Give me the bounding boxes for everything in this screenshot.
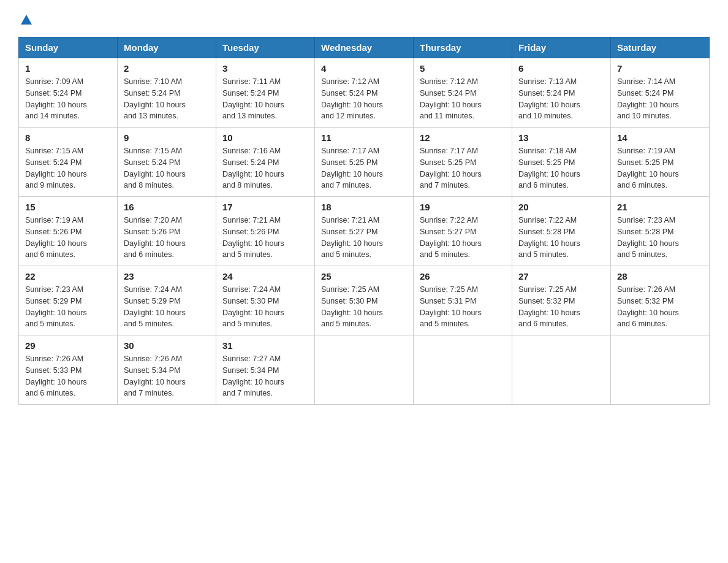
- calendar-cell: 15 Sunrise: 7:19 AM Sunset: 5:26 PM Dayl…: [19, 197, 118, 266]
- header-wednesday: Wednesday: [315, 37, 414, 58]
- day-info: Sunrise: 7:22 AM Sunset: 5:27 PM Dayligh…: [420, 215, 506, 261]
- calendar-week-row: 29 Sunrise: 7:26 AM Sunset: 5:33 PM Dayl…: [19, 335, 710, 405]
- calendar-cell: 6 Sunrise: 7:13 AM Sunset: 5:24 PM Dayli…: [512, 58, 611, 128]
- day-info: Sunrise: 7:16 AM Sunset: 5:24 PM Dayligh…: [222, 145, 308, 191]
- day-number: 3: [222, 63, 308, 74]
- day-info: Sunrise: 7:25 AM Sunset: 5:31 PM Dayligh…: [420, 284, 506, 330]
- calendar-cell: 4 Sunrise: 7:12 AM Sunset: 5:24 PM Dayli…: [315, 58, 414, 128]
- day-number: 21: [617, 202, 703, 212]
- calendar-cell: [414, 335, 512, 405]
- svg-marker-0: [21, 15, 32, 25]
- calendar-cell: 28 Sunrise: 7:26 AM Sunset: 5:32 PM Dayl…: [611, 266, 710, 335]
- calendar-cell: 14 Sunrise: 7:19 AM Sunset: 5:25 PM Dayl…: [611, 128, 710, 197]
- day-number: 29: [25, 340, 111, 351]
- day-number: 9: [124, 132, 210, 143]
- header-sunday: Sunday: [19, 37, 118, 58]
- day-number: 12: [420, 132, 506, 143]
- calendar-cell: 19 Sunrise: 7:22 AM Sunset: 5:27 PM Dayl…: [414, 197, 512, 266]
- calendar-body: 1 Sunrise: 7:09 AM Sunset: 5:24 PM Dayli…: [19, 58, 710, 405]
- day-number: 7: [617, 63, 703, 74]
- header-thursday: Thursday: [414, 37, 512, 58]
- day-number: 8: [25, 132, 111, 143]
- day-number: 1: [25, 63, 111, 74]
- header-monday: Monday: [118, 37, 216, 58]
- calendar-cell: 17 Sunrise: 7:21 AM Sunset: 5:26 PM Dayl…: [216, 197, 315, 266]
- calendar-cell: 10 Sunrise: 7:16 AM Sunset: 5:24 PM Dayl…: [216, 128, 315, 197]
- day-number: 22: [25, 271, 111, 282]
- day-info: Sunrise: 7:13 AM Sunset: 5:24 PM Dayligh…: [518, 76, 604, 122]
- day-number: 23: [124, 271, 210, 282]
- day-info: Sunrise: 7:21 AM Sunset: 5:27 PM Dayligh…: [321, 215, 407, 261]
- day-info: Sunrise: 7:25 AM Sunset: 5:30 PM Dayligh…: [321, 284, 407, 330]
- day-info: Sunrise: 7:26 AM Sunset: 5:34 PM Dayligh…: [124, 353, 210, 399]
- calendar-cell: 24 Sunrise: 7:24 AM Sunset: 5:30 PM Dayl…: [216, 266, 315, 335]
- calendar-week-row: 15 Sunrise: 7:19 AM Sunset: 5:26 PM Dayl…: [19, 197, 710, 266]
- day-info: Sunrise: 7:17 AM Sunset: 5:25 PM Dayligh…: [321, 145, 407, 191]
- calendar-cell: 7 Sunrise: 7:14 AM Sunset: 5:24 PM Dayli…: [611, 58, 710, 128]
- day-number: 30: [124, 340, 210, 351]
- calendar-cell: 1 Sunrise: 7:09 AM Sunset: 5:24 PM Dayli…: [19, 58, 118, 128]
- day-info: Sunrise: 7:10 AM Sunset: 5:24 PM Dayligh…: [124, 76, 210, 122]
- day-info: Sunrise: 7:21 AM Sunset: 5:26 PM Dayligh…: [222, 215, 308, 261]
- day-info: Sunrise: 7:12 AM Sunset: 5:24 PM Dayligh…: [321, 76, 407, 122]
- calendar-cell: 18 Sunrise: 7:21 AM Sunset: 5:27 PM Dayl…: [315, 197, 414, 266]
- logo: [18, 12, 33, 25]
- day-number: 5: [420, 63, 506, 74]
- day-info: Sunrise: 7:11 AM Sunset: 5:24 PM Dayligh…: [222, 76, 308, 122]
- day-number: 25: [321, 271, 407, 282]
- day-info: Sunrise: 7:20 AM Sunset: 5:26 PM Dayligh…: [124, 215, 210, 261]
- day-number: 20: [518, 202, 604, 212]
- day-number: 27: [518, 271, 604, 282]
- day-number: 31: [222, 340, 308, 351]
- header-friday: Friday: [512, 37, 611, 58]
- day-number: 6: [518, 63, 604, 74]
- day-info: Sunrise: 7:26 AM Sunset: 5:32 PM Dayligh…: [617, 284, 703, 330]
- day-number: 13: [518, 132, 604, 143]
- calendar-cell: 5 Sunrise: 7:12 AM Sunset: 5:24 PM Dayli…: [414, 58, 512, 128]
- weekday-header-row: Sunday Monday Tuesday Wednesday Thursday…: [19, 37, 710, 58]
- day-info: Sunrise: 7:23 AM Sunset: 5:28 PM Dayligh…: [617, 215, 703, 261]
- day-number: 16: [124, 202, 210, 212]
- calendar-week-row: 22 Sunrise: 7:23 AM Sunset: 5:29 PM Dayl…: [19, 266, 710, 335]
- day-info: Sunrise: 7:12 AM Sunset: 5:24 PM Dayligh…: [420, 76, 506, 122]
- day-info: Sunrise: 7:26 AM Sunset: 5:33 PM Dayligh…: [25, 353, 111, 399]
- day-info: Sunrise: 7:19 AM Sunset: 5:26 PM Dayligh…: [25, 215, 111, 261]
- calendar-cell: 29 Sunrise: 7:26 AM Sunset: 5:33 PM Dayl…: [19, 335, 118, 405]
- day-info: Sunrise: 7:15 AM Sunset: 5:24 PM Dayligh…: [25, 145, 111, 191]
- calendar-cell: [512, 335, 611, 405]
- day-info: Sunrise: 7:25 AM Sunset: 5:32 PM Dayligh…: [518, 284, 604, 330]
- day-info: Sunrise: 7:27 AM Sunset: 5:34 PM Dayligh…: [222, 353, 308, 399]
- day-info: Sunrise: 7:19 AM Sunset: 5:25 PM Dayligh…: [617, 145, 703, 191]
- calendar-cell: 22 Sunrise: 7:23 AM Sunset: 5:29 PM Dayl…: [19, 266, 118, 335]
- day-number: 15: [25, 202, 111, 212]
- day-number: 19: [420, 202, 506, 212]
- calendar-cell: [315, 335, 414, 405]
- day-number: 11: [321, 132, 407, 143]
- calendar-week-row: 1 Sunrise: 7:09 AM Sunset: 5:24 PM Dayli…: [19, 58, 710, 128]
- day-info: Sunrise: 7:15 AM Sunset: 5:24 PM Dayligh…: [124, 145, 210, 191]
- calendar-cell: 12 Sunrise: 7:17 AM Sunset: 5:25 PM Dayl…: [414, 128, 512, 197]
- calendar-week-row: 8 Sunrise: 7:15 AM Sunset: 5:24 PM Dayli…: [19, 128, 710, 197]
- calendar-cell: 20 Sunrise: 7:22 AM Sunset: 5:28 PM Dayl…: [512, 197, 611, 266]
- calendar-table: Sunday Monday Tuesday Wednesday Thursday…: [18, 37, 710, 405]
- day-info: Sunrise: 7:17 AM Sunset: 5:25 PM Dayligh…: [420, 145, 506, 191]
- calendar-cell: 27 Sunrise: 7:25 AM Sunset: 5:32 PM Dayl…: [512, 266, 611, 335]
- calendar-cell: 16 Sunrise: 7:20 AM Sunset: 5:26 PM Dayl…: [118, 197, 216, 266]
- day-info: Sunrise: 7:23 AM Sunset: 5:29 PM Dayligh…: [25, 284, 111, 330]
- day-number: 24: [222, 271, 308, 282]
- day-number: 10: [222, 132, 308, 143]
- day-number: 28: [617, 271, 703, 282]
- calendar-cell: 30 Sunrise: 7:26 AM Sunset: 5:34 PM Dayl…: [118, 335, 216, 405]
- day-info: Sunrise: 7:24 AM Sunset: 5:30 PM Dayligh…: [222, 284, 308, 330]
- header-tuesday: Tuesday: [216, 37, 315, 58]
- logo-triangle-icon: [20, 13, 33, 27]
- calendar-cell: 13 Sunrise: 7:18 AM Sunset: 5:25 PM Dayl…: [512, 128, 611, 197]
- day-info: Sunrise: 7:18 AM Sunset: 5:25 PM Dayligh…: [518, 145, 604, 191]
- day-info: Sunrise: 7:24 AM Sunset: 5:29 PM Dayligh…: [124, 284, 210, 330]
- day-number: 4: [321, 63, 407, 74]
- calendar-cell: 2 Sunrise: 7:10 AM Sunset: 5:24 PM Dayli…: [118, 58, 216, 128]
- day-number: 14: [617, 132, 703, 143]
- day-number: 18: [321, 202, 407, 212]
- calendar-cell: 23 Sunrise: 7:24 AM Sunset: 5:29 PM Dayl…: [118, 266, 216, 335]
- page-header: [18, 12, 710, 25]
